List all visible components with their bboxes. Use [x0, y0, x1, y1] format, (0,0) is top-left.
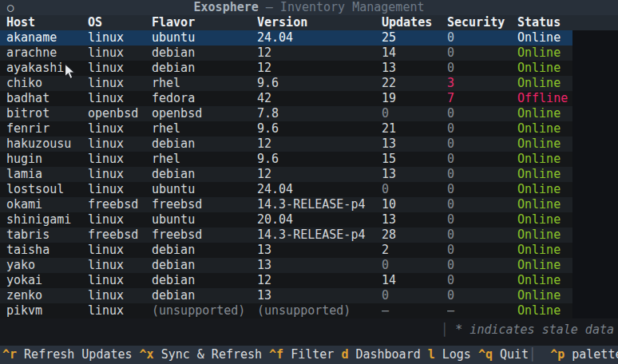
right-gutter — [572, 30, 618, 318]
cell-flavor: rhel — [152, 152, 257, 167]
cell-updates: – — [382, 303, 447, 318]
cell-os: freebsd — [88, 197, 152, 212]
cell-host: shinigami — [6, 212, 88, 228]
table-row[interactable]: yokailinuxdebian12140Online — [0, 273, 572, 288]
table-row[interactable]: chikolinuxrhel9.6223Online — [0, 76, 572, 91]
cell-host: pikvm — [6, 303, 88, 318]
cell-security: 0 — [447, 273, 517, 288]
cell-flavor: debian — [152, 243, 257, 258]
cell-security: 7 — [447, 91, 517, 106]
cell-updates: 13 — [382, 212, 447, 228]
cell-os: freebsd — [88, 228, 152, 243]
header-cell-security[interactable]: Security — [447, 15, 517, 30]
cell-os: linux — [88, 30, 152, 46]
header-cell-flavor[interactable]: Flavor — [152, 15, 257, 30]
cell-security: 0 — [447, 212, 517, 228]
footer-key: d — [341, 347, 348, 362]
footer-item-palette[interactable]: ^p palette — [550, 347, 618, 362]
table-row[interactable]: taishalinuxdebian1320Online — [0, 243, 572, 258]
cell-version: 20.04 — [257, 212, 382, 228]
header-cell-os[interactable]: OS — [88, 15, 152, 30]
footer-item-refresh-updates[interactable]: ^r Refresh Updates — [2, 347, 133, 362]
table-row[interactable]: zenkolinuxdebian1300Online — [0, 288, 572, 303]
table-row[interactable]: arachnelinuxdebian12140Online — [0, 46, 572, 61]
cell-os: linux — [88, 288, 152, 303]
cell-os: linux — [88, 152, 152, 167]
table-row[interactable]: fenrirlinuxrhel9.6210Online — [0, 121, 572, 136]
footer-key: ^p — [550, 347, 565, 362]
cell-host: yako — [6, 258, 88, 273]
table-row[interactable]: okamifreebsdfreebsd14.3-RELEASE-p4100Onl… — [0, 197, 572, 212]
cell-status: Offline — [517, 91, 572, 106]
cell-flavor: ubuntu — [152, 30, 257, 46]
cell-security: 0 — [447, 136, 517, 152]
footer-key: ^f — [269, 347, 283, 362]
app-subtitle: — Inventory Management — [266, 0, 425, 14]
table-row[interactable]: bitrotopenbsdopenbsd7.800Online — [0, 106, 572, 121]
table-row[interactable]: lostsoullinuxubuntu24.0400Online — [0, 182, 572, 197]
cell-security: 0 — [447, 182, 517, 197]
cell-version: 12 — [257, 273, 382, 288]
cell-security: 0 — [447, 61, 517, 76]
cell-updates: 25 — [382, 30, 447, 46]
cell-flavor: openbsd — [152, 106, 257, 121]
header-cell-status[interactable]: Status — [517, 15, 572, 30]
table-row[interactable]: yakolinuxdebian1300Online — [0, 258, 572, 273]
table-row[interactable]: hakuzousulinuxdebian12130Online — [0, 136, 572, 152]
table-row[interactable]: huginlinuxrhel9.6150Online — [0, 152, 572, 167]
table-row[interactable]: pikvmlinux(unsupported)(unsupported)––On… — [0, 303, 572, 318]
cell-security: 0 — [447, 228, 517, 243]
cell-os: linux — [88, 46, 152, 61]
cell-host: hugin — [6, 152, 88, 167]
cell-status: Online — [517, 197, 572, 212]
cell-version: 12 — [257, 167, 382, 182]
cell-updates: 0 — [382, 182, 447, 197]
table-row[interactable]: ayakashilinuxdebian12130Online — [0, 61, 572, 76]
cell-status: Online — [517, 106, 572, 121]
cell-version: 42 — [257, 91, 382, 106]
cell-status: Online — [517, 30, 572, 46]
cell-version: 14.3-RELEASE-p4 — [257, 197, 382, 212]
table-row[interactable]: akanamelinuxubuntu24.04250Online — [0, 30, 572, 46]
footer-item-sync-refresh[interactable]: ^x Sync & Refresh — [140, 347, 263, 362]
cell-os: linux — [88, 136, 152, 152]
cell-updates: 13 — [382, 167, 447, 182]
table-row[interactable]: lamialinuxdebian12130Online — [0, 167, 572, 182]
cell-updates: 13 — [382, 61, 447, 76]
cell-updates: 28 — [382, 228, 447, 243]
cell-security: 0 — [447, 121, 517, 136]
header-cell-version[interactable]: Version — [257, 15, 382, 30]
app-title: Exosphere— Inventory Management — [0, 0, 618, 15]
cell-updates: 14 — [382, 273, 447, 288]
footer-item-filter[interactable]: ^f Filter — [269, 347, 334, 362]
table-body: akanamelinuxubuntu24.04250Onlinearachnel… — [0, 30, 572, 318]
footer-key: ^q — [478, 347, 493, 362]
cell-security: 0 — [447, 167, 517, 182]
cell-security: 0 — [447, 106, 517, 121]
cell-host: lamia — [6, 167, 88, 182]
cell-status: Online — [517, 258, 572, 273]
cell-updates: 0 — [382, 258, 447, 273]
cell-host: hakuzousu — [6, 136, 88, 152]
cell-status: Online — [517, 136, 572, 152]
table-row[interactable]: tabrisfreebsdfreebsd14.3-RELEASE-p4280On… — [0, 228, 572, 243]
cell-version: 9.6 — [257, 76, 382, 91]
cell-updates: 15 — [382, 152, 447, 167]
footer-item-logs[interactable]: l Logs — [428, 347, 471, 362]
footer-right-group: │ ^p palette — [529, 347, 618, 362]
cell-flavor: debian — [152, 258, 257, 273]
cell-version: (unsupported) — [257, 303, 382, 318]
table-row[interactable]: badhatlinuxfedora42197Offline — [0, 91, 572, 106]
cell-os: linux — [88, 91, 152, 106]
cell-version: 9.6 — [257, 121, 382, 136]
footer-item-dashboard[interactable]: d Dashboard — [341, 347, 420, 362]
cell-host: fenrir — [6, 121, 88, 136]
footer-keybar: ^r Refresh Updates^x Sync & Refresh^f Fi… — [0, 346, 618, 364]
table-row[interactable]: shinigamilinuxubuntu20.04130Online — [0, 212, 572, 228]
footer-item-quit[interactable]: ^q Quit — [478, 347, 529, 362]
header-cell-updates[interactable]: Updates — [382, 15, 447, 30]
cell-os: linux — [88, 76, 152, 91]
stale-data-note: * indicates stale data — [455, 322, 614, 338]
header-cell-host[interactable]: Host — [6, 15, 88, 30]
app-name: Exosphere — [194, 0, 259, 14]
